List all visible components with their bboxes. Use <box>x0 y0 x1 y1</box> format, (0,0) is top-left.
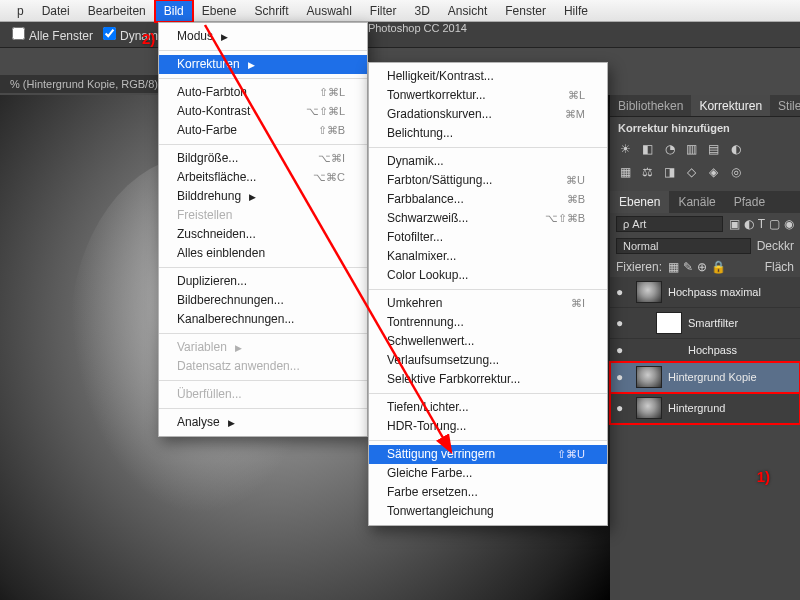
bild-bildgr-e-[interactable]: Bildgröße...⌥⌘I <box>159 149 367 168</box>
korr-schwellenwert-[interactable]: Schwellenwert... <box>369 332 607 351</box>
korr-farbton-s-ttigung-[interactable]: Farbton/Sättigung...⌘U <box>369 171 607 190</box>
lock-icon[interactable]: ▦ <box>668 260 679 274</box>
menu-p[interactable]: p <box>8 0 33 22</box>
korr-helligkeit-kontrast-[interactable]: Helligkeit/Kontrast... <box>369 67 607 86</box>
blend-mode-select[interactable]: Normal <box>616 238 751 254</box>
bild-bildberechnungen-[interactable]: Bildberechnungen... <box>159 291 367 310</box>
bild-analyse[interactable]: Analyse <box>159 413 367 432</box>
menu-hilfe[interactable]: Hilfe <box>555 0 597 22</box>
korr-gradationskurven-[interactable]: Gradationskurven...⌘M <box>369 105 607 124</box>
menu-bild[interactable]: Bild <box>155 0 193 22</box>
layer-row[interactable]: ●Hintergrund <box>610 393 800 424</box>
adjustment-icon[interactable]: ◐ <box>728 142 743 156</box>
layer-filter-kind[interactable]: ρ Art <box>616 216 723 232</box>
visibility-icon[interactable]: ● <box>616 401 630 415</box>
bild-kanalberechnungen-[interactable]: Kanalberechnungen... <box>159 310 367 329</box>
menu-bearbeiten[interactable]: Bearbeiten <box>79 0 155 22</box>
layer-list: ●Hochpass maximal●Smartfilter●Hochpass●H… <box>610 277 800 424</box>
korr-tonwertangleichung[interactable]: Tonwertangleichung <box>369 502 607 521</box>
menu-3d[interactable]: 3D <box>406 0 439 22</box>
visibility-icon[interactable]: ● <box>616 285 630 299</box>
layers-tab-kanäle[interactable]: Kanäle <box>669 191 724 213</box>
korr-selektive-farbkorrektur-[interactable]: Selektive Farbkorrektur... <box>369 370 607 389</box>
bild-modus[interactable]: Modus <box>159 27 367 46</box>
adjustment-icons-row2: ▦⚖◨◇◈◎ <box>610 162 800 185</box>
korr-gleiche-farbe-[interactable]: Gleiche Farbe... <box>369 464 607 483</box>
bild-auto-farbe[interactable]: Auto-Farbe⇧⌘B <box>159 121 367 140</box>
all-windows-checkbox[interactable]: Alle Fenster <box>12 27 93 43</box>
layer-thumbnail <box>636 281 662 303</box>
options-bar: Alle Fenster Dynamischer <box>0 22 800 48</box>
menu-datei[interactable]: Datei <box>33 0 79 22</box>
korr-farbe-ersetzen-[interactable]: Farbe ersetzen... <box>369 483 607 502</box>
adjustment-icon[interactable]: ◨ <box>662 165 677 179</box>
layers-tab-ebenen[interactable]: Ebenen <box>610 191 669 213</box>
bild-freistellen: Freistellen <box>159 206 367 225</box>
panel-tab-korrekturen[interactable]: Korrekturen <box>691 95 770 116</box>
layer-thumbnail <box>656 312 682 334</box>
bild-auto-kontrast[interactable]: Auto-Kontrast⌥⇧⌘L <box>159 102 367 121</box>
bild-duplizieren-[interactable]: Duplizieren... <box>159 272 367 291</box>
visibility-icon[interactable]: ● <box>616 343 630 357</box>
adjustment-icon[interactable]: ▤ <box>706 142 721 156</box>
adjustment-icon[interactable]: ◔ <box>662 142 677 156</box>
korr-kanalmixer-[interactable]: Kanalmixer... <box>369 247 607 266</box>
annotation-step-2: 2) <box>142 30 155 47</box>
adjustment-icon[interactable]: ◧ <box>640 142 655 156</box>
layer-row[interactable]: ●Smartfilter <box>610 308 800 339</box>
layer-filter-icon[interactable]: ◐ <box>744 217 754 231</box>
layer-filter-icon[interactable]: T <box>758 217 765 231</box>
menu-schrift[interactable]: Schrift <box>245 0 297 22</box>
menu-filter[interactable]: Filter <box>361 0 406 22</box>
menu-ebene[interactable]: Ebene <box>193 0 246 22</box>
menu-auswahl[interactable]: Auswahl <box>297 0 360 22</box>
korr-farbbalance-[interactable]: Farbbalance...⌘B <box>369 190 607 209</box>
panel-tab-stile[interactable]: Stile <box>770 95 800 116</box>
layer-filter-icon[interactable]: ▣ <box>729 217 740 231</box>
adjustment-icon[interactable]: ⚖ <box>640 165 655 179</box>
korr-s-ttigung-verringern[interactable]: Sättigung verringern⇧⌘U <box>369 445 607 464</box>
korr-color-lookup-[interactable]: Color Lookup... <box>369 266 607 285</box>
korr-tiefen-lichter-[interactable]: Tiefen/Lichter... <box>369 398 607 417</box>
annotation-step-1: 1) <box>757 468 770 485</box>
layers-tab-pfade[interactable]: Pfade <box>725 191 774 213</box>
adjustment-icon[interactable]: ▥ <box>684 142 699 156</box>
bild-zuschneiden-[interactable]: Zuschneiden... <box>159 225 367 244</box>
layer-row[interactable]: ●Hintergrund Kopie <box>610 362 800 393</box>
lock-icon[interactable]: 🔒 <box>711 260 726 274</box>
menu-ansicht[interactable]: Ansicht <box>439 0 496 22</box>
panel-tab-bibliotheken[interactable]: Bibliotheken <box>610 95 691 116</box>
bild-auto-farbton[interactable]: Auto-Farbton⇧⌘L <box>159 83 367 102</box>
korr-schwarzwei-[interactable]: Schwarzweiß...⌥⇧⌘B <box>369 209 607 228</box>
adjustment-icon[interactable]: ◇ <box>684 165 699 179</box>
layer-filter-icon[interactable]: ▢ <box>769 217 780 231</box>
bild-arbeitsfl-che-[interactable]: Arbeitsfläche...⌥⌘C <box>159 168 367 187</box>
layer-filter-icon[interactable]: ◉ <box>784 217 794 231</box>
lock-icon[interactable]: ⊕ <box>697 260 707 274</box>
visibility-icon[interactable]: ● <box>616 370 630 384</box>
adjustment-icon[interactable]: ◎ <box>728 165 743 179</box>
adjustment-icon[interactable]: ☀ <box>618 142 633 156</box>
visibility-icon[interactable]: ● <box>616 316 630 330</box>
bild-bilddrehung[interactable]: Bilddrehung <box>159 187 367 206</box>
adjustment-icon[interactable]: ▦ <box>618 165 633 179</box>
layer-row[interactable]: ●Hochpass <box>610 339 800 362</box>
korr-fotofilter-[interactable]: Fotofilter... <box>369 228 607 247</box>
lock-icon[interactable]: ✎ <box>683 260 693 274</box>
bild-variablen: Variablen <box>159 338 367 357</box>
korr-dynamik-[interactable]: Dynamik... <box>369 152 607 171</box>
layer-thumbnail <box>636 366 662 388</box>
korr-verlaufsumsetzung-[interactable]: Verlaufsumsetzung... <box>369 351 607 370</box>
menu-fenster[interactable]: Fenster <box>496 0 555 22</box>
korr-hdr-tonung-[interactable]: HDR-Tonung... <box>369 417 607 436</box>
korr-tontrennung-[interactable]: Tontrennung... <box>369 313 607 332</box>
korr-umkehren[interactable]: Umkehren⌘I <box>369 294 607 313</box>
fill-label: Fläch <box>765 260 794 274</box>
layer-row[interactable]: ●Hochpass maximal <box>610 277 800 308</box>
korr-tonwertkorrektur-[interactable]: Tonwertkorrektur...⌘L <box>369 86 607 105</box>
document-tab[interactable]: % (Hintergrund Kopie, RGB/8) <box>0 75 168 93</box>
korr-belichtung-[interactable]: Belichtung... <box>369 124 607 143</box>
bild-korrekturen[interactable]: Korrekturen <box>159 55 367 74</box>
adjustment-icon[interactable]: ◈ <box>706 165 721 179</box>
bild-alles-einblenden[interactable]: Alles einblenden <box>159 244 367 263</box>
